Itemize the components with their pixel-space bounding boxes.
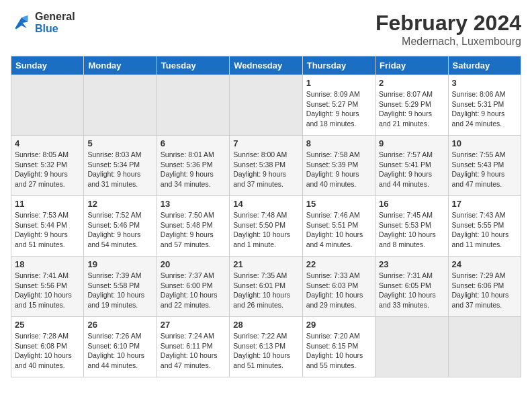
calendar-cell: 15Sunrise: 7:46 AMSunset: 5:51 PMDayligh… [302, 196, 375, 257]
day-info: Sunrise: 7:24 AMSunset: 6:11 PMDaylight:… [161, 331, 226, 371]
calendar-cell: 26Sunrise: 7:26 AMSunset: 6:10 PMDayligh… [84, 317, 157, 377]
week-row: 25Sunrise: 7:28 AMSunset: 6:08 PMDayligh… [11, 317, 521, 377]
day-number: 21 [233, 259, 298, 269]
calendar-cell: 27Sunrise: 7:24 AMSunset: 6:11 PMDayligh… [157, 317, 229, 377]
calendar-table: SundayMondayTuesdayWednesdayThursdayFrid… [11, 56, 521, 377]
location: Medernach, Luxembourg [375, 36, 521, 48]
calendar-cell: 28Sunrise: 7:22 AMSunset: 6:13 PMDayligh… [230, 317, 302, 377]
col-header-sunday: Sunday [11, 56, 84, 75]
day-number: 7 [233, 138, 298, 148]
day-info: Sunrise: 8:09 AMSunset: 5:27 PMDaylight:… [306, 89, 371, 129]
calendar-cell: 29Sunrise: 7:20 AMSunset: 6:15 PMDayligh… [302, 317, 375, 377]
day-number: 13 [161, 199, 226, 209]
calendar-cell: 1Sunrise: 8:09 AMSunset: 5:27 PMDaylight… [302, 75, 375, 136]
week-row: 4Sunrise: 8:05 AMSunset: 5:32 PMDaylight… [11, 136, 521, 196]
day-number: 12 [87, 199, 152, 209]
day-number: 11 [15, 199, 80, 209]
calendar-cell: 10Sunrise: 7:55 AMSunset: 5:43 PMDayligh… [448, 136, 521, 196]
calendar-cell: 19Sunrise: 7:39 AMSunset: 5:58 PMDayligh… [84, 257, 157, 317]
calendar-cell: 16Sunrise: 7:45 AMSunset: 5:53 PMDayligh… [375, 196, 448, 257]
week-row: 11Sunrise: 7:53 AMSunset: 5:44 PMDayligh… [11, 196, 521, 257]
calendar-cell: 17Sunrise: 7:43 AMSunset: 5:55 PMDayligh… [448, 196, 521, 257]
day-number: 18 [15, 259, 80, 269]
header-row: SundayMondayTuesdayWednesdayThursdayFrid… [11, 56, 521, 75]
calendar-cell: 24Sunrise: 7:29 AMSunset: 6:06 PMDayligh… [448, 257, 521, 317]
calendar-cell: 23Sunrise: 7:31 AMSunset: 6:05 PMDayligh… [375, 257, 448, 317]
week-row: 1Sunrise: 8:09 AMSunset: 5:27 PMDaylight… [11, 75, 521, 136]
week-row: 18Sunrise: 7:41 AMSunset: 5:56 PMDayligh… [11, 257, 521, 317]
day-number: 6 [161, 138, 226, 148]
day-info: Sunrise: 7:50 AMSunset: 5:48 PMDaylight:… [161, 210, 226, 250]
day-info: Sunrise: 8:01 AMSunset: 5:36 PMDaylight:… [161, 150, 226, 189]
calendar-cell: 14Sunrise: 7:48 AMSunset: 5:50 PMDayligh… [230, 196, 302, 257]
calendar-cell: 12Sunrise: 7:52 AMSunset: 5:46 PMDayligh… [84, 196, 157, 257]
month-title: February 2024 [375, 11, 521, 36]
day-info: Sunrise: 7:48 AMSunset: 5:50 PMDaylight:… [233, 210, 298, 250]
day-number: 14 [233, 199, 298, 209]
day-info: Sunrise: 7:29 AMSunset: 6:06 PMDaylight:… [452, 271, 517, 310]
calendar-cell: 2Sunrise: 8:07 AMSunset: 5:29 PMDaylight… [375, 75, 448, 136]
calendar-cell: 25Sunrise: 7:28 AMSunset: 6:08 PMDayligh… [11, 317, 84, 377]
day-number: 2 [379, 78, 444, 88]
col-header-wednesday: Wednesday [230, 56, 302, 75]
calendar-cell: 20Sunrise: 7:37 AMSunset: 6:00 PMDayligh… [157, 257, 229, 317]
calendar-cell: 22Sunrise: 7:33 AMSunset: 6:03 PMDayligh… [302, 257, 375, 317]
calendar-cell: 21Sunrise: 7:35 AMSunset: 6:01 PMDayligh… [230, 257, 302, 317]
logo-icon [11, 12, 32, 34]
col-header-tuesday: Tuesday [157, 56, 229, 75]
day-info: Sunrise: 8:00 AMSunset: 5:38 PMDaylight:… [233, 150, 298, 189]
calendar-cell [375, 317, 448, 377]
day-info: Sunrise: 7:46 AMSunset: 5:51 PMDaylight:… [306, 210, 371, 250]
day-number: 4 [15, 138, 80, 148]
day-number: 29 [306, 320, 371, 330]
day-number: 28 [233, 320, 298, 330]
calendar-cell: 9Sunrise: 7:57 AMSunset: 5:41 PMDaylight… [375, 136, 448, 196]
calendar-cell: 8Sunrise: 7:58 AMSunset: 5:39 PMDaylight… [302, 136, 375, 196]
day-info: Sunrise: 7:26 AMSunset: 6:10 PMDaylight:… [87, 331, 152, 371]
day-info: Sunrise: 8:06 AMSunset: 5:31 PMDaylight:… [452, 89, 517, 129]
calendar-cell [84, 75, 157, 136]
day-info: Sunrise: 8:07 AMSunset: 5:29 PMDaylight:… [379, 89, 444, 129]
day-number: 5 [87, 138, 152, 148]
day-info: Sunrise: 7:43 AMSunset: 5:55 PMDaylight:… [452, 210, 517, 250]
day-number: 8 [306, 138, 371, 148]
calendar-cell: 3Sunrise: 8:06 AMSunset: 5:31 PMDaylight… [448, 75, 521, 136]
day-number: 19 [87, 259, 152, 269]
day-info: Sunrise: 7:41 AMSunset: 5:56 PMDaylight:… [15, 271, 80, 310]
calendar-cell [11, 75, 84, 136]
day-info: Sunrise: 8:03 AMSunset: 5:34 PMDaylight:… [87, 150, 152, 189]
title-block: February 2024 Medernach, Luxembourg [375, 11, 521, 48]
col-header-saturday: Saturday [448, 56, 521, 75]
day-number: 22 [306, 259, 371, 269]
day-info: Sunrise: 7:45 AMSunset: 5:53 PMDaylight:… [379, 210, 444, 250]
day-number: 27 [161, 320, 226, 330]
day-number: 24 [452, 259, 517, 269]
day-number: 1 [306, 78, 371, 88]
calendar-cell [230, 75, 302, 136]
col-header-monday: Monday [84, 56, 157, 75]
day-info: Sunrise: 7:20 AMSunset: 6:15 PMDaylight:… [306, 331, 371, 371]
calendar-cell: 11Sunrise: 7:53 AMSunset: 5:44 PMDayligh… [11, 196, 84, 257]
day-number: 26 [87, 320, 152, 330]
day-info: Sunrise: 7:39 AMSunset: 5:58 PMDaylight:… [87, 271, 152, 310]
col-header-friday: Friday [375, 56, 448, 75]
day-info: Sunrise: 7:57 AMSunset: 5:41 PMDaylight:… [379, 150, 444, 189]
day-number: 10 [452, 138, 517, 148]
calendar-cell [157, 75, 229, 136]
day-number: 16 [379, 199, 444, 209]
logo-text: General Blue [35, 11, 75, 35]
col-header-thursday: Thursday [302, 56, 375, 75]
day-info: Sunrise: 7:35 AMSunset: 6:01 PMDaylight:… [233, 271, 298, 310]
day-number: 15 [306, 199, 371, 209]
day-info: Sunrise: 7:53 AMSunset: 5:44 PMDaylight:… [15, 210, 80, 250]
day-number: 20 [161, 259, 226, 269]
calendar-cell [448, 317, 521, 377]
day-info: Sunrise: 7:58 AMSunset: 5:39 PMDaylight:… [306, 150, 371, 189]
calendar-cell: 6Sunrise: 8:01 AMSunset: 5:36 PMDaylight… [157, 136, 229, 196]
day-number: 3 [452, 78, 517, 88]
calendar-cell: 7Sunrise: 8:00 AMSunset: 5:38 PMDaylight… [230, 136, 302, 196]
day-info: Sunrise: 7:37 AMSunset: 6:00 PMDaylight:… [161, 271, 226, 310]
logo: General Blue [11, 11, 75, 35]
calendar-cell: 4Sunrise: 8:05 AMSunset: 5:32 PMDaylight… [11, 136, 84, 196]
day-info: Sunrise: 7:31 AMSunset: 6:05 PMDaylight:… [379, 271, 444, 310]
